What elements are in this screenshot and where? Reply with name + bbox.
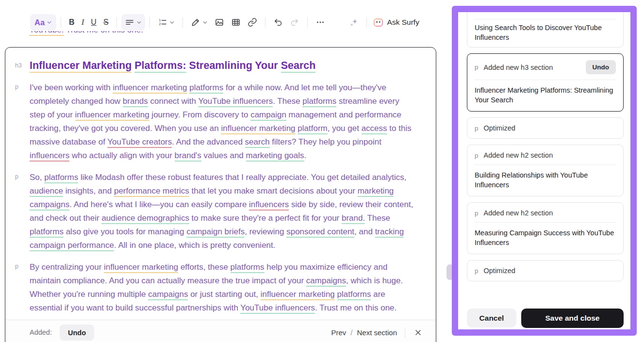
section-undo-button[interactable]: Undo [60, 325, 94, 341]
keyword-highlight: platforms [337, 290, 371, 300]
cancel-button[interactable]: Cancel [467, 309, 516, 327]
text-run: Streamlining Your [186, 60, 281, 71]
changes-panel: Using Search Tools to Discover YouTube I… [458, 12, 630, 329]
highlight-pen-button[interactable] [187, 14, 211, 31]
changes-panel-frame: Using Search Tools to Discover YouTube I… [452, 6, 637, 336]
keyword-highlight: access [362, 124, 387, 134]
card-tag-label: p [475, 210, 479, 217]
keyword-highlight: influencer marketing [113, 83, 187, 94]
text-run: values and [201, 151, 246, 160]
table-button[interactable] [228, 14, 244, 31]
keyword-highlight: audience demographics [101, 213, 189, 224]
text-run: , reviewing [245, 227, 286, 236]
text-style-button[interactable]: Aa [30, 14, 56, 31]
strikethrough-button[interactable]: S [100, 14, 112, 31]
editor-block[interactable]: pSo, platforms like Modash offer these r… [5, 171, 436, 252]
card-divider [475, 80, 616, 80]
bold-button[interactable]: B [66, 14, 78, 31]
block-tag-label: h3 [5, 58, 30, 73]
block-tag-label: p [5, 171, 30, 252]
toolbar-separator [116, 17, 117, 28]
text-run: By centralizing your [30, 262, 104, 272]
editor-block[interactable]: pBy centralizing your influencer marketi… [5, 261, 436, 315]
numbered-list-icon: 12 [158, 17, 167, 27]
change-list: Using Search Tools to Discover YouTube I… [467, 12, 624, 281]
italic-button[interactable]: I [78, 14, 88, 31]
card-title: Added new h2 section [484, 209, 616, 217]
align-button[interactable] [121, 14, 145, 31]
ask-surfy-label: Ask Surfy [387, 18, 419, 27]
undo-action-button[interactable] [270, 14, 286, 31]
redo-action-button[interactable] [286, 14, 303, 31]
added-label: Added: [30, 325, 52, 340]
image-button[interactable] [211, 14, 228, 31]
underline-button[interactable]: U [87, 14, 100, 31]
change-card[interactable]: pAdded new h2 sectionBuilding Relationsh… [467, 145, 624, 196]
keyword-highlight: Search [281, 60, 316, 73]
change-card[interactable]: pOptimized [467, 117, 624, 139]
text-run: to make sure they're a perfect fit for y… [189, 213, 342, 223]
text-run: These [365, 213, 390, 223]
keyword-highlight: YouTube influencers [198, 97, 273, 107]
keyword-highlight: influencer marketing [221, 124, 295, 134]
ask-surfy-button[interactable]: Ask Surfy [371, 14, 421, 31]
text-run [335, 290, 337, 299]
close-icon [414, 328, 422, 337]
keyword-highlight: brands [123, 97, 148, 107]
change-card[interactable]: pAdded new h3 sectionUndoInfluencer Mark… [467, 53, 624, 112]
text-run: . And the advanced [172, 137, 245, 147]
change-card[interactable]: Using Search Tools to Discover YouTube I… [467, 12, 624, 48]
toolbar-separator [61, 17, 61, 28]
keyword-highlight: sponsored content [286, 227, 354, 238]
editor-content[interactable]: h3Influencer Marketing Platforms: Stream… [5, 48, 436, 315]
svg-text:2: 2 [159, 22, 161, 26]
undo-icon [273, 17, 283, 27]
close-section-bar-button[interactable] [413, 327, 423, 338]
table-icon [231, 17, 241, 27]
text-run: I've been working with [30, 83, 113, 92]
block-tag-label: p [5, 261, 30, 315]
text-run: like Modash offer these robust features … [78, 173, 406, 182]
text-run: . [304, 151, 307, 160]
keyword-highlight: influencer marketing [104, 262, 178, 273]
chevron-down-icon [202, 20, 208, 25]
more-options-button[interactable] [312, 14, 329, 31]
card-body: Measuring Campaign Success with YouTube … [475, 228, 616, 247]
block-text: I've been working with influencer market… [30, 81, 415, 163]
text-run: , and [354, 227, 375, 236]
keyword-highlight: YouTube creators [107, 137, 172, 148]
save-and-close-button[interactable]: Save and close [521, 309, 624, 328]
toolbar-separator [366, 17, 367, 28]
text-run: . And here's what I like—you can easily … [69, 200, 249, 209]
prev-section-button[interactable]: Prev [331, 328, 346, 337]
ellipsis-icon [315, 17, 325, 27]
ai-sparkles-button[interactable] [345, 14, 362, 31]
keyword-highlight: campaigns [148, 290, 188, 300]
link-button[interactable] [244, 14, 261, 31]
change-card[interactable]: pOptimized [467, 260, 624, 281]
editor-toolbar: Aa B I U S 12 [0, 0, 451, 31]
editor-block[interactable]: h3Influencer Marketing Platforms: Stream… [5, 58, 436, 73]
card-divider [475, 19, 616, 19]
keyword-highlight: performance metrics [114, 186, 189, 197]
next-section-button[interactable]: Next section [357, 328, 397, 337]
card-tag-label: p [475, 125, 479, 132]
sparkles-icon [348, 17, 359, 28]
editor-block[interactable]: pI've been working with influencer marke… [5, 81, 436, 163]
card-title: Optimized [484, 124, 616, 132]
card-undo-button[interactable]: Undo [586, 60, 616, 74]
card-divider [475, 164, 616, 165]
change-card[interactable]: pAdded new h2 sectionMeasuring Campaign … [467, 202, 624, 254]
keyword-highlight: influencers [249, 200, 289, 211]
numbered-list-button[interactable]: 12 [154, 14, 178, 31]
text-run: . Trust me on this one. [315, 303, 396, 312]
card-divider [475, 222, 616, 223]
text-run: connect with [148, 97, 198, 106]
text-run: filters? They help you pinpoint [270, 137, 381, 147]
toolbar-separator [265, 17, 265, 28]
keyword-highlight: YouTube influencers [240, 303, 315, 314]
keyword-highlight: platform [297, 124, 327, 134]
chevron-down-icon [47, 20, 52, 25]
keyword-highlight: campaigns [306, 276, 346, 287]
chevron-down-icon [169, 20, 175, 25]
